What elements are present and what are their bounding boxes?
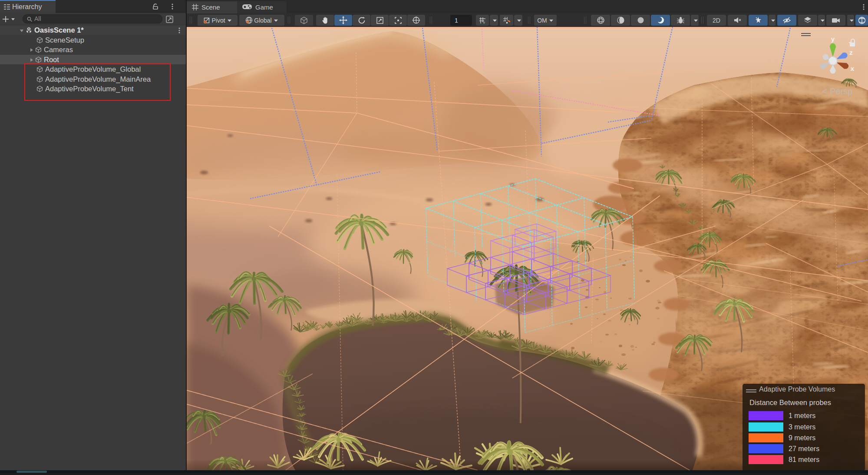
svg-text:Y: Y [483, 21, 485, 25]
svg-text:z: z [849, 49, 853, 56]
svg-text:x: x [851, 65, 855, 72]
svg-text:< Persp: < Persp [822, 86, 852, 96]
svg-text:y: y [831, 35, 835, 43]
